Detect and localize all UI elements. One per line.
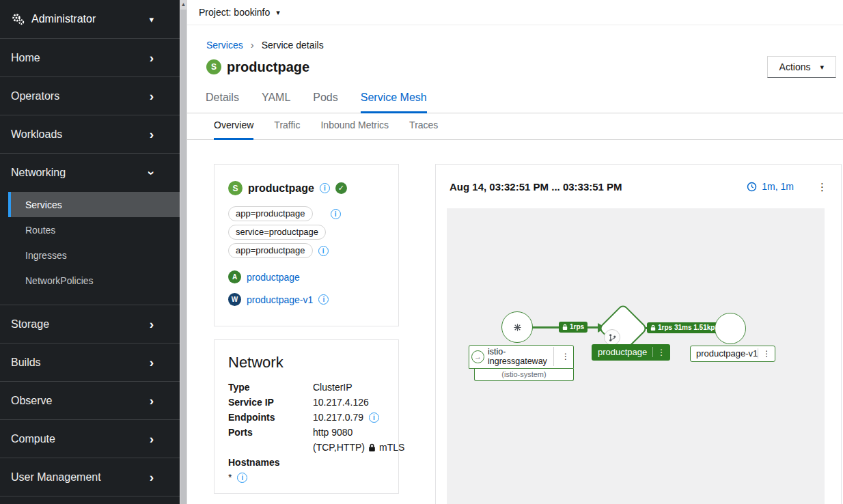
tab-pods[interactable]: Pods — [313, 86, 337, 113]
chevron-right-icon: › — [150, 394, 154, 407]
scrollbar-up-arrow-icon[interactable]: ▲ — [180, 1, 186, 8]
subtab-traces[interactable]: Traces — [409, 113, 438, 140]
info-icon[interactable]: i — [320, 183, 330, 193]
info-icon[interactable]: i — [369, 412, 379, 423]
label-pill: service=productpage — [228, 225, 326, 240]
edge-traffic-label[interactable]: 1rps — [559, 322, 588, 333]
ports-line1: http 9080 — [313, 427, 353, 438]
tab-service-mesh[interactable]: Service Mesh — [361, 86, 427, 113]
graph-node-productpage-v1[interactable] — [715, 313, 746, 344]
gateway-node-label[interactable]: → istio-ingressgateway ⋮ (istio-system) — [469, 345, 574, 381]
edge-traffic-label[interactable]: 1rps 31ms 1.51kps — [647, 322, 722, 333]
service-resource-badge: S — [206, 59, 221, 74]
kebab-menu-icon[interactable]: ⋮ — [562, 352, 570, 361]
actions-label: Actions — [779, 61, 811, 72]
traffic-routing-badge — [604, 329, 620, 346]
sidebar-item-ingresses[interactable]: Ingresses — [0, 242, 180, 268]
scrollbar-thumb[interactable] — [180, 10, 186, 504]
sidebar-item-compute[interactable]: Compute › — [0, 420, 180, 458]
lock-icon — [562, 324, 568, 331]
title-row: S productpage Actions ▾ — [206, 56, 836, 78]
label-row: app=productpage i — [228, 243, 385, 258]
sidebar-item-label: Observe — [11, 395, 52, 407]
endpoints-value: 10.217.0.79 i — [313, 412, 404, 423]
chevron-right-icon: › — [150, 318, 154, 331]
sidebar-item-networking[interactable]: Networking › — [0, 154, 180, 192]
chevron-right-icon: › — [150, 432, 154, 445]
sidebar-item-label: Workloads — [11, 128, 62, 141]
branch-icon — [608, 333, 617, 342]
info-icon[interactable]: i — [331, 209, 341, 219]
network-card: Network Type ClusterIP Service IP 10.217… — [214, 339, 399, 494]
application-link[interactable]: productpage — [247, 272, 300, 283]
gateway-label-row: → istio-ingressgateway ⋮ — [469, 345, 574, 369]
sidebar-item-label: Operators — [11, 90, 59, 102]
sidebar-item-observe[interactable]: Observe › — [0, 382, 180, 420]
project-selector[interactable]: Project: bookinfo — [199, 7, 270, 18]
chevron-right-icon: › — [150, 51, 154, 64]
workload-node-label[interactable]: productpage-v1 ⋮ — [690, 346, 775, 362]
kebab-menu-icon[interactable]: ⋮ — [817, 182, 827, 192]
info-icon[interactable]: i — [237, 473, 247, 483]
sidebar-subitem-label: NetworkPolicies — [25, 275, 94, 286]
actions-dropdown-button[interactable]: Actions ▾ — [767, 56, 836, 78]
service-ip-label: Service IP — [228, 397, 313, 408]
label-pill: app=productpage — [228, 243, 313, 258]
primary-tabs: Details YAML Pods Service Mesh — [187, 86, 843, 113]
breadcrumb-current: Service details — [262, 40, 324, 51]
service-labels: app=productpage i service=productpage ap… — [228, 206, 385, 258]
perspective-label: Administrator — [31, 13, 96, 25]
label-pill: app=productpage — [228, 206, 313, 221]
sidebar-item-label: Home — [11, 52, 40, 64]
sidebar-item-builds[interactable]: Builds › — [0, 344, 180, 382]
kebab-menu-icon[interactable]: ⋮ — [657, 348, 665, 356]
caret-down-icon: ▾ — [149, 14, 154, 25]
service-overview-card: S productpage i ✓ app=productpage i serv… — [214, 164, 399, 326]
ports-protocol-row: (TCP,HTTP) mTLS — [313, 442, 404, 453]
refresh-interval[interactable]: 1m, 1m — [762, 181, 794, 192]
endpoints-label: Endpoints — [228, 412, 313, 423]
sidebar-item-storage[interactable]: Storage › — [0, 305, 180, 344]
sidebar-item-label: Networking — [11, 167, 66, 179]
application-badge: A — [228, 270, 241, 283]
subtab-overview[interactable]: Overview — [214, 113, 253, 140]
ports-label: Ports — [228, 427, 313, 438]
subtab-traffic[interactable]: Traffic — [274, 113, 300, 140]
content-scrollbar[interactable]: ▲ — [180, 0, 187, 504]
lock-icon — [650, 324, 656, 331]
chevron-right-icon: › — [150, 128, 154, 141]
service-badge: S — [228, 181, 243, 195]
chevron-right-icon: › — [150, 471, 154, 484]
service-mesh-panel: Aug 14, 03:32:51 PM ... 03:33:51 PM 1m, … — [435, 164, 842, 504]
caret-down-icon: ▾ — [820, 63, 824, 72]
subtab-inbound-metrics[interactable]: Inbound Metrics — [320, 113, 389, 140]
sidebar-subitem-label: Services — [25, 199, 62, 210]
sidebar-item-home[interactable]: Home › — [0, 39, 180, 77]
perspective-switcher[interactable]: Administrator ▾ — [0, 0, 180, 39]
lock-icon — [368, 443, 376, 452]
service-node-label[interactable]: productpage ⋮ — [592, 344, 670, 361]
breadcrumb-link-services[interactable]: Services — [206, 40, 243, 51]
sidebar-item-user-management[interactable]: User Management › — [0, 458, 180, 496]
sidebar-item-workloads[interactable]: Workloads › — [0, 115, 180, 154]
page-header: Services › Service details S productpage… — [187, 25, 843, 78]
info-icon[interactable]: i — [318, 294, 329, 305]
sidebar-group-networking: Networking › Services Routes Ingresses N… — [0, 154, 180, 305]
workload-link[interactable]: productpage-v1 — [247, 294, 313, 305]
spacer — [228, 442, 313, 453]
graph-node-istio-ingressgateway[interactable] — [501, 311, 533, 343]
main-content: Project: bookinfo ▾ Services › Service d… — [187, 0, 843, 504]
gateway-name: istio-ingressgateway — [488, 347, 550, 366]
sidebar-item-operators[interactable]: Operators › — [0, 77, 180, 115]
caret-down-icon[interactable]: ▾ — [276, 8, 280, 17]
sidebar-item-networkpolicies[interactable]: NetworkPolicies — [0, 268, 180, 293]
sidebar-item-label: User Management — [11, 471, 101, 484]
tab-details[interactable]: Details — [206, 86, 239, 113]
tab-yaml[interactable]: YAML — [262, 86, 290, 113]
kebab-menu-icon[interactable]: ⋮ — [762, 350, 771, 358]
info-icon[interactable]: i — [318, 246, 329, 256]
network-type-label: Type — [228, 382, 313, 393]
sidebar-item-services[interactable]: Services — [8, 192, 180, 217]
mesh-graph-canvas[interactable]: 1rps 1rps 31ms 1.51kps → ist — [447, 208, 825, 504]
sidebar-item-routes[interactable]: Routes — [0, 217, 180, 242]
